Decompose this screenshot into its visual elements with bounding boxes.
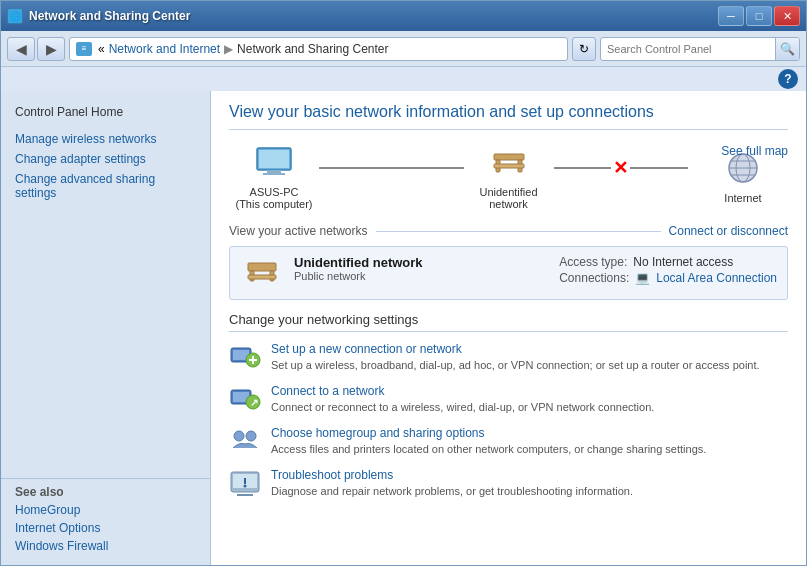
main-window: 🌐 Network and Sharing Center ─ □ ✕ ◀ ▶ ≡…: [0, 0, 807, 566]
help-bar: ?: [1, 67, 806, 91]
close-button[interactable]: ✕: [774, 6, 800, 26]
diagram-computer-label: ASUS-PC (This computer): [235, 186, 312, 210]
change-settings-title: Change your networking settings: [229, 312, 788, 332]
access-type-label: Access type:: [559, 255, 627, 269]
homegroup-desc: Access files and printers located on oth…: [271, 443, 706, 455]
homegroup-content: Choose homegroup and sharing options Acc…: [271, 426, 788, 456]
connections-value[interactable]: Local Area Connection: [656, 271, 777, 285]
troubleshoot-content: Troubleshoot problems Diagnose and repai…: [271, 468, 788, 498]
svg-rect-2: [267, 170, 281, 173]
sidebar-home[interactable]: Control Panel Home: [1, 101, 210, 123]
sidebar-item-adapter[interactable]: Change adapter settings: [1, 149, 210, 169]
connect-desc: Connect or reconnect to a wireless, wire…: [271, 401, 654, 413]
breadcrumb-current: Network and Sharing Center: [237, 42, 388, 56]
svg-point-32: [244, 485, 247, 488]
connect-content: Connect to a network Connect or reconnec…: [271, 384, 788, 414]
back-button[interactable]: ◀: [7, 37, 35, 61]
setting-item-setup: Set up a new connection or network Set u…: [229, 342, 788, 372]
sidebar-internet-options[interactable]: Internet Options: [1, 519, 210, 537]
sidebar-nav: Manage wireless networks Change adapter …: [1, 129, 210, 203]
setup-desc: Set up a wireless, broadband, dial-up, a…: [271, 359, 760, 371]
breadcrumb-arrow: ▶: [224, 42, 233, 56]
maximize-button[interactable]: □: [746, 6, 772, 26]
nav-buttons: ◀ ▶: [7, 37, 65, 61]
forward-button[interactable]: ▶: [37, 37, 65, 61]
breadcrumb-icon: ≡: [76, 42, 92, 56]
svg-rect-1: [259, 150, 289, 168]
svg-text:↗: ↗: [250, 397, 258, 408]
connections-row: Connections: 💻 Local Area Connection: [559, 271, 777, 285]
sidebar-see-also-label: See also: [1, 478, 210, 501]
homegroup-icon: [229, 426, 261, 454]
breadcrumb-network-internet[interactable]: Network and Internet: [109, 42, 220, 56]
window-title: Network and Sharing Center: [29, 9, 190, 23]
network-name: Unidentified network: [294, 255, 529, 270]
address-bar: ◀ ▶ ≡ « Network and Internet ▶ Network a…: [1, 31, 806, 67]
homegroup-link[interactable]: Choose homegroup and sharing options: [271, 426, 788, 440]
breadcrumb-sep1: «: [98, 42, 105, 56]
setting-item-connect: ↗ Connect to a network Connect or reconn…: [229, 384, 788, 414]
network-info: Unidentified network Public network: [294, 255, 529, 282]
search-input[interactable]: [601, 43, 775, 55]
content-area: View your basic network information and …: [211, 91, 806, 565]
active-networks-label: View your active networks: [229, 224, 368, 238]
setup-icon: [229, 342, 261, 370]
connect-link[interactable]: Connect to a network: [271, 384, 788, 398]
active-networks-divider: [376, 231, 661, 232]
window-controls[interactable]: ─ □ ✕: [718, 6, 800, 26]
setup-link[interactable]: Set up a new connection or network: [271, 342, 788, 356]
sidebar-spacer: [1, 213, 210, 474]
search-icon[interactable]: 🔍: [775, 38, 799, 60]
title-bar: 🌐 Network and Sharing Center ─ □ ✕: [1, 1, 806, 31]
svg-rect-30: [237, 494, 253, 496]
computer-icon: [249, 144, 299, 184]
diagram-line-1: [319, 167, 464, 169]
sidebar-item-wireless[interactable]: Manage wireless networks: [1, 129, 210, 149]
diagram-internet: Internet: [698, 150, 788, 204]
active-networks-header: View your active networks Connect or dis…: [229, 224, 788, 238]
svg-point-26: [234, 431, 244, 441]
svg-rect-4: [494, 154, 524, 160]
access-type-row: Access type: No Internet access: [559, 255, 777, 269]
setup-content: Set up a new connection or network Set u…: [271, 342, 788, 372]
help-button[interactable]: ?: [778, 69, 798, 89]
network-card-icon: [240, 255, 284, 291]
active-network-card: Unidentified network Public network Acce…: [229, 246, 788, 300]
network-diagram: ASUS-PC (This computer): [229, 144, 788, 210]
window-icon: 🌐: [7, 8, 23, 24]
breadcrumb-bar: ≡ « Network and Internet ▶ Network and S…: [69, 37, 568, 61]
network-type: Public network: [294, 270, 529, 282]
troubleshoot-icon: [229, 468, 261, 496]
broken-connection-icon: ✕: [613, 157, 628, 179]
content-title: View your basic network information and …: [229, 103, 788, 130]
minimize-button[interactable]: ─: [718, 6, 744, 26]
diagram-computer: ASUS-PC (This computer): [229, 144, 319, 210]
see-full-map-link[interactable]: See full map: [721, 144, 788, 158]
svg-rect-13: [248, 263, 276, 271]
diagram-internet-label: Internet: [724, 192, 761, 204]
troubleshoot-desc: Diagnose and repair network problems, or…: [271, 485, 633, 497]
network-bench-icon: [484, 144, 534, 184]
setting-item-homegroup: Choose homegroup and sharing options Acc…: [229, 426, 788, 456]
access-type-value: No Internet access: [633, 255, 733, 269]
setting-item-troubleshoot: Troubleshoot problems Diagnose and repai…: [229, 468, 788, 498]
diagram-network-label: Unidentified network: [464, 186, 554, 210]
connections-label: Connections:: [559, 271, 629, 285]
sidebar: Control Panel Home Manage wireless netwo…: [1, 91, 211, 565]
diagram-wrapper: ASUS-PC (This computer): [229, 144, 788, 210]
sidebar-homegroup[interactable]: HomeGroup: [1, 501, 210, 519]
diagram-network: Unidentified network: [464, 144, 554, 210]
troubleshoot-link[interactable]: Troubleshoot problems: [271, 468, 788, 482]
sidebar-windows-firewall[interactable]: Windows Firewall: [1, 537, 210, 555]
svg-point-27: [246, 431, 256, 441]
svg-rect-7: [494, 164, 524, 168]
connect-icon: ↗: [229, 384, 261, 412]
refresh-button[interactable]: ↻: [572, 37, 596, 61]
svg-rect-16: [248, 275, 276, 279]
diagram-broken-line: ✕: [554, 167, 699, 169]
sidebar-item-sharing[interactable]: Change advanced sharing settings: [1, 169, 210, 203]
network-details: Access type: No Internet access Connecti…: [559, 255, 777, 287]
title-bar-left: 🌐 Network and Sharing Center: [7, 8, 190, 24]
connect-disconnect-link[interactable]: Connect or disconnect: [669, 224, 788, 238]
svg-rect-3: [263, 173, 285, 175]
